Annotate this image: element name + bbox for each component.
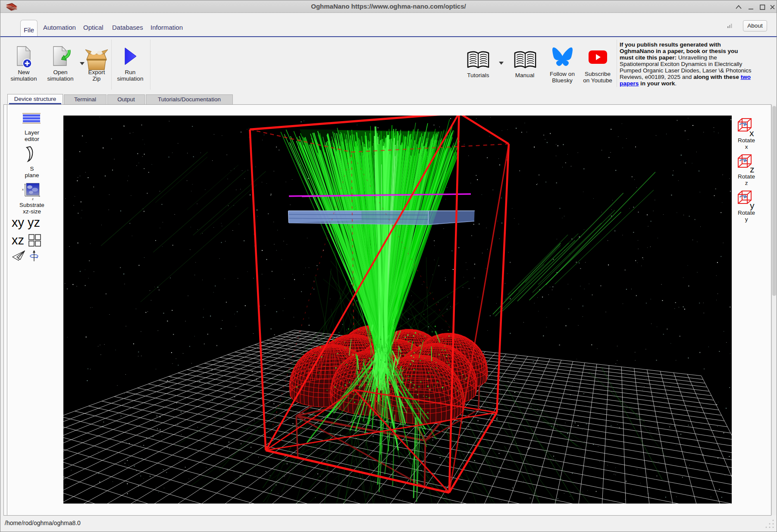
svg-text:z: z: [32, 197, 34, 201]
svg-text:x: x: [22, 188, 24, 191]
svg-text:x: x: [749, 128, 754, 138]
svg-text:z: z: [750, 164, 755, 174]
svg-text:y: y: [750, 200, 755, 210]
